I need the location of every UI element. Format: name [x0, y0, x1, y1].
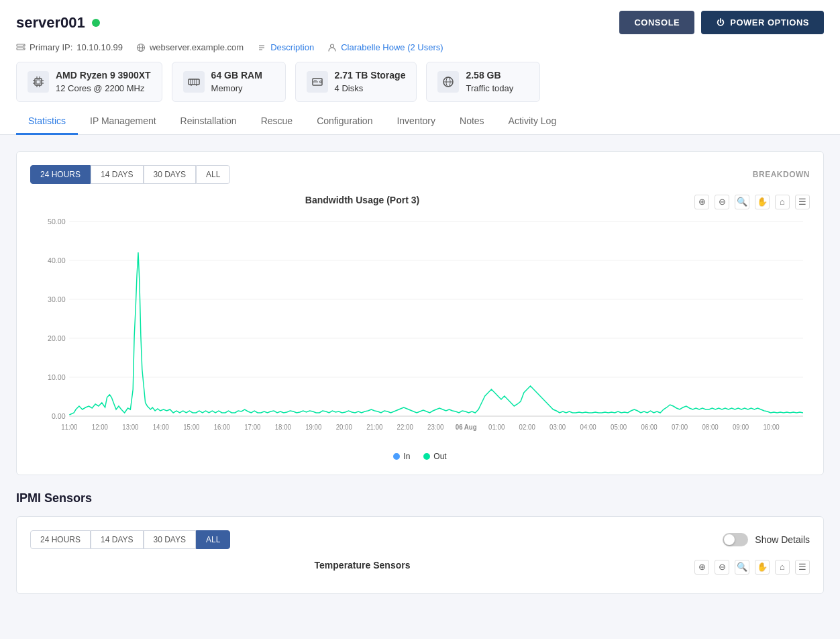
- ipmi-time-btn-14d[interactable]: 14 DAYS: [91, 530, 143, 549]
- console-button[interactable]: CONSOLE: [619, 11, 694, 34]
- time-btn-14d[interactable]: 14 DAYS: [91, 165, 143, 184]
- spec-traffic: 2.58 GB Traffic today: [426, 62, 540, 102]
- server-title: server001: [16, 14, 100, 32]
- svg-text:07:00: 07:00: [672, 424, 688, 431]
- svg-text:01:00: 01:00: [488, 424, 505, 431]
- breakdown-label: BREAKDOWN: [753, 170, 810, 179]
- bandwidth-chart-title: Bandwidth Usage (Port 3): [30, 195, 694, 205]
- temp-chart-title: Temperature Sensors: [30, 560, 694, 571]
- menu-icon[interactable]: ☰: [795, 195, 810, 209]
- svg-text:12:00: 12:00: [92, 424, 109, 431]
- description-link[interactable]: Description: [270, 42, 314, 52]
- tab-statistics[interactable]: Statistics: [16, 109, 78, 135]
- svg-text:14:00: 14:00: [153, 424, 170, 431]
- svg-text:30.00: 30.00: [48, 295, 66, 303]
- cpu-icon: [28, 71, 49, 93]
- svg-rect-12: [36, 80, 40, 84]
- svg-text:08:00: 08:00: [702, 424, 719, 431]
- chart-top-row: Bandwidth Usage (Port 3) ⊕ ⊖ 🔍 ✋ ⌂ ☰: [30, 195, 810, 215]
- hostname-item: webserver.example.com: [136, 42, 244, 52]
- time-btn-24h[interactable]: 24 HOURS: [30, 165, 91, 184]
- globe-icon: [136, 43, 146, 52]
- server-icon: [16, 43, 25, 52]
- legend-out: Out: [423, 452, 446, 461]
- show-details-toggle[interactable]: [723, 533, 748, 546]
- magnify-icon[interactable]: 🔍: [735, 195, 749, 209]
- svg-text:04:00: 04:00: [580, 424, 597, 431]
- user-icon: [327, 43, 337, 52]
- zoom-in-icon[interactable]: ⊕: [694, 195, 709, 209]
- svg-text:05:00: 05:00: [611, 424, 627, 431]
- users-link[interactable]: Clarabelle Howe (2 Users): [341, 42, 443, 52]
- storage-line2: 4 Disks: [335, 83, 364, 93]
- svg-text:40.00: 40.00: [48, 256, 66, 264]
- tab-configuration[interactable]: Configuration: [305, 109, 384, 135]
- svg-point-10: [331, 44, 334, 48]
- ipmi-zoom-in-icon[interactable]: ⊕: [694, 560, 709, 575]
- ipmi-time-btn-30d[interactable]: 30 DAYS: [144, 530, 196, 549]
- users-item: Clarabelle Howe (2 Users): [327, 42, 443, 52]
- pan-icon[interactable]: ✋: [755, 195, 770, 209]
- svg-rect-21: [189, 79, 199, 85]
- ram-line1: 64 GB RAM: [211, 70, 262, 81]
- bandwidth-time-buttons: 24 HOURS 14 DAYS 30 DAYS ALL: [30, 165, 230, 184]
- cpu-line2: 12 Cores @ 2200 MHz: [56, 83, 144, 93]
- power-options-label: POWER OPTIONS: [730, 17, 809, 28]
- primary-ip-item: Primary IP: 10.10.10.99: [16, 42, 123, 52]
- power-icon: [716, 18, 725, 28]
- show-details-container: Show Details: [723, 533, 810, 546]
- traffic-line1: 2.58 GB: [466, 70, 501, 81]
- tab-ip-management[interactable]: IP Management: [78, 109, 168, 135]
- time-btn-30d[interactable]: 30 DAYS: [144, 165, 196, 184]
- list-icon: [257, 43, 266, 52]
- svg-text:11:00: 11:00: [61, 424, 78, 431]
- svg-text:19:00: 19:00: [305, 424, 322, 431]
- legend-in-dot: [393, 453, 400, 460]
- ipmi-time-btn-all[interactable]: ALL: [196, 530, 230, 549]
- svg-text:17:00: 17:00: [244, 424, 261, 431]
- chart-legend: In Out: [37, 452, 803, 461]
- header-top: server001 CONSOLE POWER OPTIONS: [16, 11, 824, 34]
- tab-reinstallation[interactable]: Reinstallation: [168, 109, 249, 135]
- tab-inventory[interactable]: Inventory: [384, 109, 448, 135]
- svg-text:10:00: 10:00: [763, 424, 780, 431]
- ipmi-menu-icon[interactable]: ☰: [795, 560, 810, 575]
- zoom-out-icon[interactable]: ⊖: [715, 195, 729, 209]
- page-header: server001 CONSOLE POWER OPTIONS Primary …: [0, 0, 840, 135]
- server-name: server001: [16, 14, 85, 32]
- ipmi-chart-controls: ⊕ ⊖ 🔍 ✋ ⌂ ☰: [694, 560, 810, 575]
- bandwidth-chart-wrapper: 0.00 10.00 20.00 30.00 40.00 50.00: [30, 215, 810, 461]
- legend-out-dot: [423, 453, 430, 460]
- ram-line2: Memory: [211, 83, 243, 93]
- svg-text:13:00: 13:00: [122, 424, 139, 431]
- tab-notes[interactable]: Notes: [448, 109, 496, 135]
- ipmi-magnify-icon[interactable]: 🔍: [735, 560, 749, 575]
- spec-ram: 64 GB RAM Memory: [172, 62, 286, 102]
- power-options-button[interactable]: POWER OPTIONS: [701, 11, 824, 34]
- ipmi-chart-top-row: Temperature Sensors ⊕ ⊖ 🔍 ✋ ⌂ ☰: [30, 560, 810, 580]
- svg-text:10.00: 10.00: [48, 373, 66, 381]
- ipmi-chart-section: 24 HOURS 14 DAYS 30 DAYS ALL Show Detail…: [16, 516, 824, 594]
- svg-text:20:00: 20:00: [336, 424, 353, 431]
- svg-text:03:00: 03:00: [549, 424, 566, 431]
- primary-ip-value: 10.10.10.99: [76, 42, 123, 52]
- time-btn-all[interactable]: ALL: [196, 165, 230, 184]
- bandwidth-chart-svg: 0.00 10.00 20.00 30.00 40.00 50.00: [37, 215, 803, 443]
- tab-activity-log[interactable]: Activity Log: [496, 109, 569, 135]
- storage-line1: 2.71 TB Storage: [335, 70, 406, 81]
- bandwidth-time-filter: 24 HOURS 14 DAYS 30 DAYS ALL BREAKDOWN: [30, 165, 810, 184]
- show-details-label: Show Details: [755, 534, 810, 545]
- bandwidth-chart-section: 24 HOURS 14 DAYS 30 DAYS ALL BREAKDOWN B…: [16, 151, 824, 475]
- svg-text:06 Aug: 06 Aug: [456, 424, 477, 431]
- ipmi-time-btn-24h[interactable]: 24 HOURS: [30, 530, 91, 549]
- ipmi-section: IPMI Sensors 24 HOURS 14 DAYS 30 DAYS AL…: [16, 491, 824, 594]
- main-content: 24 HOURS 14 DAYS 30 DAYS ALL BREAKDOWN B…: [0, 135, 840, 626]
- tab-rescue[interactable]: Rescue: [249, 109, 305, 135]
- primary-ip-label: Primary IP:: [30, 42, 72, 52]
- ipmi-home-icon[interactable]: ⌂: [775, 560, 790, 575]
- svg-text:0.00: 0.00: [52, 412, 66, 420]
- ipmi-zoom-out-icon[interactable]: ⊖: [715, 560, 729, 575]
- svg-point-3: [23, 48, 24, 49]
- home-icon[interactable]: ⌂: [775, 195, 790, 209]
- ipmi-pan-icon[interactable]: ✋: [755, 560, 770, 575]
